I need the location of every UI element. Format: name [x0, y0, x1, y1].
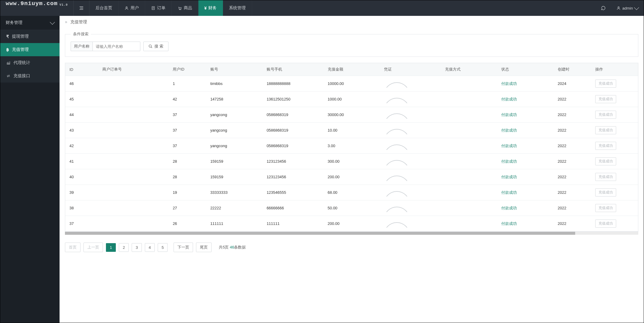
horizontal-scrollbar[interactable]: [65, 232, 638, 235]
cell-merchant: [98, 169, 168, 185]
gateway-icon: [6, 74, 10, 78]
sidebar-item-recharge[interactable]: ฿充值管理: [0, 43, 60, 56]
cell-user-id: 37: [168, 138, 206, 154]
recharge-table: ID 商户订单号 用户ID 账号 账号手机 充值金额 凭证 充值方式 状态 创建…: [65, 63, 638, 231]
cell-proof[interactable]: [380, 216, 441, 231]
cell-proof[interactable]: [380, 200, 441, 216]
op-recharge-success[interactable]: 充值成功: [595, 157, 616, 165]
breadcrumb: » 充值管理: [60, 16, 644, 28]
proof-thumbnail[interactable]: [384, 80, 410, 88]
status-badge: 付款成功: [501, 159, 517, 164]
scrollbar-thumb[interactable]: [65, 232, 575, 235]
page-first[interactable]: 首页: [65, 243, 80, 252]
status-badge: 付款成功: [501, 81, 517, 86]
proof-thumbnail[interactable]: [384, 95, 410, 103]
search-button-label: 搜 索: [154, 44, 163, 49]
proof-thumbnail[interactable]: [384, 189, 410, 196]
page-2[interactable]: 2: [119, 243, 129, 252]
cell-status: 付款成功: [497, 200, 553, 216]
nav-order[interactable]: 订单: [145, 0, 172, 16]
sidebar-toggle[interactable]: [73, 0, 89, 16]
cell-method: [441, 76, 497, 92]
chevron-down-icon: [51, 22, 54, 24]
search-icon: [148, 44, 153, 48]
cell-merchant: [98, 107, 168, 123]
table-row: 4028159159123123456200.00付款成功2022充值成功: [65, 169, 638, 185]
op-recharge-success[interactable]: 充值成功: [595, 126, 616, 134]
cell-status: 付款成功: [497, 107, 553, 123]
proof-thumbnail[interactable]: [384, 111, 410, 119]
status-badge: 付款成功: [501, 97, 517, 101]
page-title: 充值管理: [70, 19, 87, 24]
op-recharge-success[interactable]: 充值成功: [595, 220, 616, 228]
sidebar-group-finance[interactable]: 财务管理: [0, 16, 60, 30]
cell-proof[interactable]: [380, 154, 441, 169]
cell-proof[interactable]: [380, 107, 441, 123]
proof-thumbnail[interactable]: [384, 173, 410, 181]
proof-thumbnail[interactable]: [384, 127, 410, 134]
op-recharge-success[interactable]: 充值成功: [595, 95, 616, 103]
nav-system[interactable]: 系统管理: [223, 0, 252, 16]
cell-proof[interactable]: [380, 169, 441, 185]
refresh-button[interactable]: [596, 0, 611, 16]
svg-point-2: [179, 10, 180, 10]
user-menu[interactable]: admin: [611, 0, 644, 16]
nav-finance[interactable]: ¥财务: [198, 0, 223, 16]
page-prev[interactable]: 上一页: [83, 243, 103, 252]
product-icon: [178, 6, 182, 10]
page-1[interactable]: 1: [106, 243, 116, 252]
nav-product[interactable]: 商品: [172, 0, 198, 16]
cell-proof[interactable]: [380, 123, 441, 138]
cell-status: 付款成功: [497, 76, 553, 92]
sidebar-item-label: 充值接口: [13, 73, 30, 79]
proof-thumbnail[interactable]: [384, 204, 410, 212]
op-recharge-success[interactable]: 充值成功: [595, 173, 616, 181]
cell-merchant: [98, 138, 168, 154]
op-recharge-success[interactable]: 充值成功: [595, 142, 616, 150]
proof-thumbnail[interactable]: [384, 142, 410, 150]
page-last[interactable]: 尾页: [196, 243, 212, 252]
op-recharge-success[interactable]: 充值成功: [595, 80, 616, 88]
sidebar-item-gateway[interactable]: 充值接口: [0, 69, 60, 83]
th-created: 创建时: [554, 63, 591, 76]
cell-proof[interactable]: [380, 92, 441, 107]
th-phone: 账号手机: [262, 63, 323, 76]
status-badge: 付款成功: [501, 175, 517, 179]
cell-id: 43: [65, 123, 98, 138]
cell-proof[interactable]: [380, 138, 441, 154]
table-container[interactable]: ID 商户订单号 用户ID 账号 账号手机 充值金额 凭证 充值方式 状态 创建…: [65, 63, 638, 232]
cell-account: 159159: [206, 169, 262, 185]
nav-user[interactable]: 用户: [119, 0, 145, 16]
cell-amount: 30000.00: [323, 107, 380, 123]
cell-amount: 10000.00: [323, 76, 380, 92]
nav-label: 商品: [184, 5, 192, 11]
cell-amount: 68.00: [323, 185, 380, 200]
page-5[interactable]: 5: [158, 243, 168, 252]
proof-thumbnail[interactable]: [384, 220, 410, 228]
cell-phone: 0586868319: [262, 138, 323, 154]
proof-thumbnail[interactable]: [384, 158, 410, 165]
cell-phone: 111111: [262, 216, 323, 231]
cell-proof[interactable]: [380, 76, 441, 92]
cell-proof[interactable]: [380, 185, 441, 200]
page-4[interactable]: 4: [145, 243, 155, 252]
search-button[interactable]: 搜 索: [143, 42, 168, 51]
th-method: 充值方式: [441, 63, 497, 76]
page-next[interactable]: 下一页: [174, 243, 193, 252]
cell-merchant: [98, 154, 168, 169]
cell-phone: 13612501250: [262, 92, 323, 107]
cell-id: 39: [65, 185, 98, 200]
sidebar-item-agent[interactable]: 代理统计: [0, 56, 60, 69]
cell-id: 44: [65, 107, 98, 123]
op-recharge-success[interactable]: 充值成功: [595, 204, 616, 212]
op-recharge-success[interactable]: 充值成功: [595, 111, 616, 119]
sidebar-item-label: 充值管理: [12, 47, 29, 52]
page-3[interactable]: 3: [132, 243, 142, 252]
cell-amount: 200.00: [323, 216, 380, 231]
nav-home[interactable]: 后台首页: [89, 0, 119, 16]
sidebar-item-withdraw[interactable]: ₹提现管理: [0, 30, 60, 43]
status-badge: 付款成功: [501, 128, 517, 132]
username-input[interactable]: [92, 42, 140, 51]
op-recharge-success[interactable]: 充值成功: [595, 188, 616, 196]
brand-version: V1.0: [60, 3, 68, 7]
